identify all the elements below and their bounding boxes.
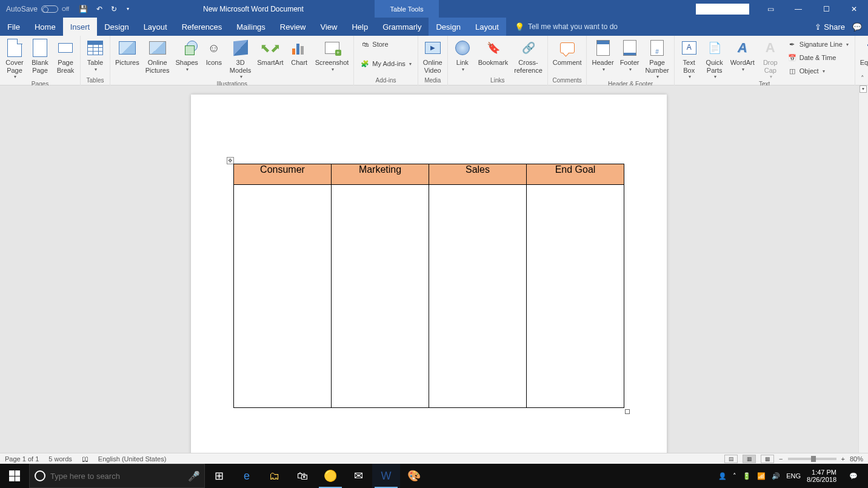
close-button[interactable]: ✕ [840, 0, 868, 18]
tab-layout[interactable]: Layout [136, 18, 175, 36]
zoom-out-button[interactable]: − [779, 455, 783, 463]
word-count[interactable]: 5 words [48, 455, 72, 463]
footer-button[interactable]: Footer▾ [618, 37, 642, 73]
my-addins-button[interactable]: 🧩My Add-ins▾ [358, 58, 413, 70]
battery-icon[interactable]: 🔋 [743, 472, 751, 480]
document-table[interactable]: Consumer Marketing Sales End Goal [233, 164, 624, 408]
paint-icon[interactable]: 🎨 [400, 464, 428, 488]
table-cell[interactable] [234, 185, 332, 408]
microphone-icon[interactable]: 🎤 [184, 470, 204, 482]
vertical-scrollbar[interactable]: ▾ [858, 85, 868, 453]
read-mode-button[interactable]: ▤ [724, 455, 738, 463]
tab-grammarly[interactable]: Grammarly [375, 18, 429, 36]
tell-me-search[interactable]: 💡 Tell me what you want to do [515, 18, 618, 36]
table-header-row[interactable]: Consumer Marketing Sales End Goal [234, 164, 624, 185]
drop-cap-button[interactable]: ADrop Cap▾ [758, 37, 783, 81]
smartart-button[interactable]: ⬉⬈SmartArt [255, 37, 285, 68]
tab-table-layout[interactable]: Layout [468, 18, 506, 36]
volume-icon[interactable]: 🔊 [772, 472, 780, 480]
word-icon[interactable]: W [372, 464, 400, 488]
table-cell[interactable] [527, 185, 624, 408]
ribbon-display-options-icon[interactable]: ▭ [756, 0, 784, 18]
zoom-slider[interactable] [788, 458, 836, 460]
task-view-icon[interactable]: ⊞ [205, 464, 233, 488]
ruler-toggle-icon[interactable]: ▾ [860, 85, 867, 93]
online-video-button[interactable]: Online Video [421, 37, 445, 75]
link-button[interactable]: Link▾ [450, 37, 475, 73]
comments-pane-icon[interactable]: 💬 [852, 22, 862, 32]
wordart-button[interactable]: AWordArt▾ [728, 37, 757, 73]
table-body-row[interactable] [234, 185, 624, 408]
mail-icon[interactable]: ✉ [344, 464, 372, 488]
minimize-button[interactable]: ― [784, 0, 812, 18]
cover-page-button[interactable]: Cover Page▾ [2, 37, 27, 81]
object-button[interactable]: ◫Object▾ [785, 65, 851, 77]
share-button[interactable]: ⇪ Share [815, 22, 845, 32]
icons-button[interactable]: ☺Icons [202, 37, 226, 68]
pictures-button[interactable]: Pictures [113, 37, 142, 68]
tab-view[interactable]: View [313, 18, 344, 36]
microsoft-store-icon[interactable]: 🛍 [289, 464, 316, 488]
web-layout-button[interactable]: ▩ [761, 455, 774, 463]
clock[interactable]: 1:47 PM 8/26/2018 [807, 469, 836, 483]
title-search-box[interactable] [696, 4, 749, 15]
tab-insert[interactable]: Insert [63, 18, 98, 36]
cortana-icon[interactable] [30, 470, 50, 481]
page-number-button[interactable]: #Page Number▾ [643, 37, 672, 81]
text-box-button[interactable]: AText Box▾ [677, 37, 701, 81]
people-icon[interactable]: 👤 [718, 472, 727, 480]
document-area[interactable]: ✥ Consumer Marketing Sales End Goal [0, 85, 858, 453]
edge-icon[interactable]: e [233, 464, 261, 488]
zoom-slider-knob[interactable] [811, 456, 816, 462]
tab-table-design[interactable]: Design [429, 18, 467, 36]
tab-review[interactable]: Review [273, 18, 313, 36]
table-header-cell[interactable]: Marketing [332, 164, 429, 185]
comment-button[interactable]: Comment [550, 37, 584, 68]
table-header-cell[interactable]: Consumer [234, 164, 332, 185]
taskbar-search[interactable]: 🎤 [29, 464, 205, 488]
table-cell[interactable] [429, 185, 527, 408]
screenshot-button[interactable]: Screenshot▾ [313, 37, 352, 73]
start-button[interactable] [0, 464, 29, 488]
quick-parts-button[interactable]: 📄Quick Parts▾ [703, 37, 727, 81]
autosave-switch-icon[interactable] [41, 5, 58, 13]
input-language[interactable]: ENG [786, 472, 801, 480]
save-icon[interactable]: 💾 [79, 5, 88, 13]
3d-models-button[interactable]: 3D Models▾ [227, 37, 253, 81]
qat-customize-icon[interactable]: ▾ [127, 6, 129, 12]
collapse-ribbon-button[interactable]: ˄ [861, 75, 864, 82]
action-center-icon[interactable]: 💬 [843, 464, 864, 488]
tab-references[interactable]: References [175, 18, 229, 36]
tab-mailings[interactable]: Mailings [229, 18, 273, 36]
tray-chevron-up-icon[interactable]: ˄ [733, 472, 736, 480]
file-explorer-icon[interactable]: 🗂 [261, 464, 289, 488]
tab-help[interactable]: Help [344, 18, 375, 36]
table-header-cell[interactable]: End Goal [527, 164, 624, 185]
tab-file[interactable]: File [0, 18, 27, 36]
cross-reference-button[interactable]: 🔗Cross- reference [512, 37, 544, 75]
chart-button[interactable]: Chart [287, 37, 312, 68]
table-resize-handle-icon[interactable] [625, 409, 630, 414]
maximize-button[interactable]: ☐ [812, 0, 840, 18]
page[interactable]: ✥ Consumer Marketing Sales End Goal [191, 95, 667, 453]
wifi-icon[interactable]: 📶 [757, 472, 766, 480]
header-button[interactable]: Header▾ [589, 37, 616, 73]
table-cell[interactable] [332, 185, 429, 408]
chrome-icon[interactable]: 🟡 [316, 464, 344, 488]
autosave-toggle[interactable]: AutoSave Off [6, 5, 69, 13]
print-layout-button[interactable]: ▦ [743, 455, 756, 463]
zoom-in-button[interactable]: + [841, 455, 845, 463]
signature-line-button[interactable]: ✒Signature Line▾ [785, 38, 851, 50]
taskbar-search-input[interactable] [50, 472, 184, 481]
redo-icon[interactable]: ↻ [111, 5, 117, 13]
date-time-button[interactable]: 📅Date & Time [785, 52, 851, 64]
table-button[interactable]: Table▾ [83, 37, 107, 73]
spellcheck-icon[interactable]: 🕮 [82, 455, 88, 463]
language-indicator[interactable]: English (United States) [98, 455, 167, 463]
undo-icon[interactable]: ↶ [96, 5, 102, 13]
page-indicator[interactable]: Page 1 of 1 [5, 455, 39, 463]
zoom-level[interactable]: 80% [850, 455, 863, 463]
bookmark-button[interactable]: 🔖Bookmark [476, 37, 511, 68]
blank-page-button[interactable]: Blank Page [28, 37, 52, 75]
tab-home[interactable]: Home [27, 18, 63, 36]
